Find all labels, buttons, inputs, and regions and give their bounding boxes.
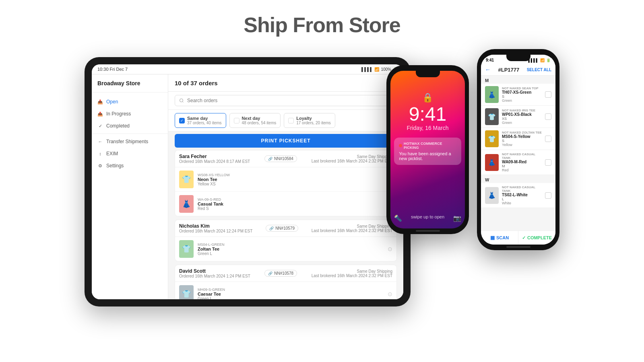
item-checkbox[interactable] [545, 159, 551, 166]
link-icon: 🔗 [269, 226, 274, 230]
item-thumbnail: 👗 [485, 187, 499, 204]
picklist-content: M 👗 NOT NAKED SEAN TOP TH07-XS-Green S G… [481, 76, 555, 230]
item-checkbox[interactable] [545, 136, 551, 142]
list-item: 👕 NOT NAKED IRIS TEE WP01-XS-Black XS Gr… [481, 106, 555, 128]
check-icon: ✓ [97, 123, 103, 129]
item-name: Zoltan Tee [198, 247, 384, 251]
filter-loyalty[interactable]: Loyalty 17 orders, 20 items [284, 113, 335, 128]
sidebar-item-exim[interactable]: ↕ EXIM [92, 148, 168, 160]
item-name: Caesar Tee [198, 292, 384, 296]
sidebar-label-settings: Settings [106, 163, 124, 169]
main-header: 10 of 37 orders ≡ [168, 74, 403, 92]
item-thumbnail: 👕 [485, 108, 499, 125]
battery-icon: 🔋 [546, 58, 551, 62]
filter-row: ✓ Same day 37 orders, 40 items Next day … [168, 110, 403, 132]
phone-notch [416, 71, 440, 77]
item-sku: WS08-XS-YELLOW [198, 173, 384, 177]
order-header: Nicholas Kim Ordered 16th March 2024 12:… [175, 220, 396, 237]
lock-icon: 🔒 [422, 93, 433, 103]
order-item: 👕 MS04-L-GREEN Zoltan Tee Green L ⊙ [175, 237, 396, 261]
search-input[interactable] [175, 95, 397, 106]
sidebar-divider [92, 134, 168, 134]
filter-same-day[interactable]: ✓ Same day 37 orders, 40 items [175, 113, 226, 128]
app-screen: 9:41 ▌▌▌▌ 📶 🔋 ← #LP1777 SELECT ALL M [481, 55, 555, 245]
tablet: 10:30 Fri Dec 7 ▌▌▌▌ 📶 100% 🔋 Broadway S… [85, 57, 411, 306]
item-sku: MH09-S-GREEN [198, 288, 384, 292]
gear-icon: ⚙ [97, 163, 103, 169]
link-icon: 🔗 [268, 272, 272, 276]
sidebar-item-in-progress[interactable]: 📤 In Progress [92, 108, 168, 120]
lock-screen-container: 🔒 9:41 Friday, 16 March HOTWAX COMMERCE … [390, 71, 465, 228]
customer-name: Nicholas Kim [179, 223, 252, 229]
item-checkbox[interactable] [545, 113, 551, 120]
phones-container: 🔒 9:41 Friday, 16 March HOTWAX COMMERCE … [386, 49, 559, 250]
lock-bottom: 🔦 swipe up to open 📷 [394, 214, 461, 222]
item-category: NOT NAKED CASUAL TANK [502, 185, 542, 193]
sidebar-item-settings[interactable]: ⚙ Settings [92, 160, 168, 172]
item-checkbox[interactable] [545, 192, 551, 199]
tablet-screen: 10:30 Fri Dec 7 ▌▌▌▌ 📶 100% 🔋 Broadway S… [92, 64, 403, 299]
customer-name: Sara Fecher [179, 154, 250, 159]
home-bar [506, 246, 530, 248]
sidebar-label-open: Open [106, 99, 118, 105]
notif-dot [399, 144, 402, 147]
item-color: White [502, 201, 542, 205]
section-m: M [481, 76, 555, 84]
flashlight-icon: 🔦 [394, 214, 402, 222]
app-time: 9:41 [486, 58, 494, 62]
item-category: NOT NAKED IRIS TEE [502, 109, 542, 112]
transfer-icon: ← [97, 139, 103, 144]
order-badge: 🔗 NN#10584 [264, 155, 297, 162]
app-screen-container: 9:41 ▌▌▌▌ 📶 🔋 ← #LP1777 SELECT ALL M [481, 55, 555, 245]
loyalty-check [288, 118, 294, 123]
scan-button[interactable]: ▦ SCAN [481, 231, 518, 245]
list-item: 👗 NOT NAKED CASUAL TANK TS02-L-White L W… [481, 183, 555, 208]
order-header: David Scott Ordered 16th March 2024 1:24… [175, 265, 396, 282]
orders-list: Sara Fecher Ordered 16th March 2024 8:17… [168, 150, 403, 299]
item-sku: WA-09-S-RED [198, 197, 384, 202]
item-sku: WP01-XS-Black [502, 112, 542, 117]
sidebar-item-open[interactable]: 📥 Open [92, 96, 168, 108]
sidebar-label-exim: EXIM [106, 151, 118, 156]
print-picksheet-button[interactable]: PRINT PICKSHEET [175, 134, 397, 148]
scan-icon: ⊙ [388, 291, 392, 297]
item-sku: TS02-L-White [502, 193, 542, 197]
back-button[interactable]: ← [485, 66, 491, 73]
customer-name: David Scott [179, 268, 250, 274]
select-all-button[interactable]: SELECT ALL [527, 68, 551, 72]
search-bar [168, 92, 403, 110]
sidebar-item-completed[interactable]: ✓ Completed [92, 120, 168, 132]
item-variant: Yellow XS [198, 182, 384, 186]
barcode-icon: ▦ [490, 235, 495, 241]
progress-icon: 📤 [97, 111, 103, 117]
exim-icon: ↕ [97, 151, 103, 156]
list-item: 👗 NOT NAKED SEAN TOP TH07-XS-Green S Gre… [481, 84, 555, 106]
item-checkbox[interactable] [545, 91, 551, 98]
item-thumbnail: 👗 [485, 86, 499, 103]
sidebar-label-transfer: Transfer Shipments [106, 139, 148, 144]
order-date: Ordered 16th March 2024 12:24 PM EST [179, 229, 252, 233]
item-color: Yellow [502, 143, 542, 147]
item-sku: MS04-S-Yellow [502, 134, 542, 139]
sidebar-item-transfer[interactable]: ← Transfer Shipments [92, 136, 168, 148]
complete-button[interactable]: ✓ COMPLETE [518, 231, 555, 245]
filter-next-day[interactable]: Next day 48 orders, 54 items [229, 113, 281, 128]
sidebar: Broadway Store 📥 Open 📤 In Progress ✓ Co… [92, 74, 168, 299]
item-thumbnail: 👕 [179, 285, 194, 299]
item-size: S [502, 139, 542, 143]
inbox-icon: 📥 [97, 99, 103, 105]
order-date: Ordered 16th March 2024 1:24 PM EST [179, 274, 250, 278]
item-size: S [502, 95, 542, 99]
camera-icon: 📷 [453, 214, 461, 222]
app-nav: ← #LP1777 SELECT ALL [481, 64, 555, 76]
item-sku: MS04-L-GREEN [198, 243, 384, 247]
item-thumbnail: 👗 [485, 154, 499, 171]
item-size: XS [502, 117, 542, 121]
item-color: Green [502, 99, 542, 103]
sidebar-label-completed: Completed [106, 123, 130, 129]
item-thumbnail: 👕 [179, 171, 194, 188]
order-item: 👕 MH09-S-GREEN Caesar Tee Green L ⊙ [175, 282, 396, 299]
order-header: Sara Fecher Ordered 16th March 2024 8:17… [175, 150, 396, 167]
notif-text: You have been assigned a new picklist. [399, 151, 456, 161]
sidebar-label-in-progress: In Progress [106, 111, 131, 117]
